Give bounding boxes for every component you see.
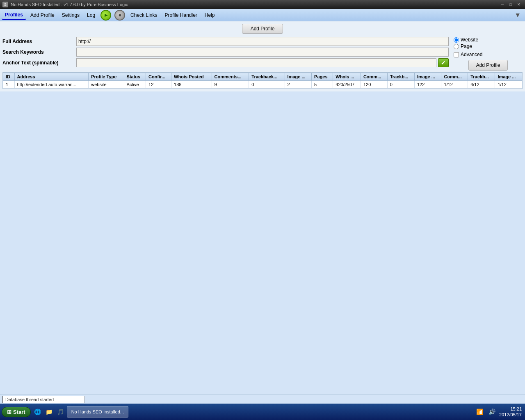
website-label: Website [461, 37, 478, 43]
search-keywords-label: Search Keywords [2, 49, 76, 55]
col-trackb2[interactable]: Trackb... [468, 73, 495, 81]
table-cell: 2 [285, 81, 312, 89]
full-address-row: Full Address [2, 37, 449, 46]
anchor-text-label: Anchor Text (spinnable) [2, 60, 76, 66]
anchor-text-input[interactable] [76, 58, 436, 67]
menu-help[interactable]: Help [201, 11, 218, 19]
col-address[interactable]: Address [14, 73, 89, 81]
col-id[interactable]: ID [3, 73, 15, 81]
app-icon: S [2, 2, 8, 7]
right-panel: Website Page Advanced Add Profile [449, 37, 523, 71]
table-cell: 1/12 [495, 81, 522, 89]
col-confirmed[interactable]: Confir... [146, 73, 171, 81]
col-trackback[interactable]: Trackback... [249, 73, 285, 81]
stop-button[interactable] [114, 10, 125, 21]
add-profile-top-button[interactable]: Add Profile [242, 24, 283, 34]
table-cell: 1 [3, 81, 15, 89]
table-cell: 0 [387, 81, 414, 89]
table-cell: 122 [414, 81, 441, 89]
col-comments[interactable]: Comments... [212, 73, 249, 81]
website-radio[interactable] [454, 37, 459, 43]
table-cell: 5 [312, 81, 333, 89]
maximize-button[interactable]: □ [507, 2, 514, 7]
menu-add-profile[interactable]: Add Profile [27, 11, 58, 19]
menu-expand-arrow[interactable]: ▼ [514, 11, 523, 19]
table-header: ID Address Profile Type Status Confir...… [3, 73, 522, 81]
menubar: Profiles Add Profile Settings Log Check … [0, 9, 525, 21]
search-keywords-input[interactable] [76, 48, 449, 57]
table-cell: 1/12 [441, 81, 468, 89]
window-controls: ─ □ ✕ [499, 2, 523, 7]
form-fields: Full Address Search Keywords Anchor Text… [2, 37, 449, 71]
table-body: 1http://extended-auto-warran...websiteAc… [3, 81, 522, 89]
col-profile-type[interactable]: Profile Type [89, 73, 124, 81]
anchor-text-confirm-button[interactable]: ✔ [438, 58, 449, 67]
website-radio-label[interactable]: Website [454, 37, 478, 43]
col-comm2[interactable]: Comm... [441, 73, 468, 81]
col-comm[interactable]: Comm... [361, 73, 387, 81]
table-cell: 188 [171, 81, 212, 89]
page-label: Page [461, 43, 472, 49]
table-cell: 120 [361, 81, 387, 89]
page-radio-label[interactable]: Page [454, 43, 478, 49]
page-radio[interactable] [454, 44, 459, 49]
search-keywords-row: Search Keywords [2, 48, 449, 57]
col-trackb[interactable]: Trackb... [387, 73, 414, 81]
col-whois-posted[interactable]: Whois Posted [171, 73, 212, 81]
menu-profiles[interactable]: Profiles [2, 11, 26, 20]
titlebar: S No Hands SEO Installed - v1.7.6.0 by P… [0, 0, 525, 9]
table-cell: website [89, 81, 124, 89]
table-cell: 9 [212, 81, 249, 89]
table-cell: Active [124, 81, 146, 89]
minimize-button[interactable]: ─ [499, 2, 506, 7]
window-title: No Hands SEO Installed - v1.7.6.0 by Pur… [11, 2, 128, 7]
form-section: Full Address Search Keywords Anchor Text… [2, 37, 523, 71]
col-image3[interactable]: Image ... [495, 73, 522, 81]
advanced-checkbox[interactable] [454, 52, 459, 57]
close-button[interactable]: ✕ [515, 2, 523, 7]
play-button[interactable] [100, 10, 111, 21]
main-area: Add Profile Full Address Search Keywords… [0, 21, 525, 91]
menu-settings[interactable]: Settings [59, 11, 83, 19]
col-image2[interactable]: Image ... [414, 73, 441, 81]
table-cell: 12 [146, 81, 171, 89]
advanced-checkbox-label[interactable]: Advanced [454, 52, 482, 57]
add-profile-top-section: Add Profile [2, 24, 523, 34]
col-pages[interactable]: Pages [312, 73, 333, 81]
table-cell: http://extended-auto-warran... [14, 81, 89, 89]
menu-profile-handler[interactable]: Profile Handler [161, 11, 200, 19]
table-cell: 0 [249, 81, 285, 89]
full-address-input[interactable] [76, 37, 449, 46]
advanced-label: Advanced [461, 52, 482, 57]
add-profile-form-button[interactable]: Add Profile [468, 60, 508, 71]
profiles-table: ID Address Profile Type Status Confir...… [3, 73, 522, 89]
data-table-wrapper: ID Address Profile Type Status Confir...… [2, 72, 523, 89]
col-image[interactable]: Image ... [285, 73, 312, 81]
col-status[interactable]: Status [124, 73, 146, 81]
table-row[interactable]: 1http://extended-auto-warran...websiteAc… [3, 81, 522, 89]
anchor-text-row: Anchor Text (spinnable) ✔ [2, 58, 449, 67]
profile-type-group: Website Page [454, 37, 478, 50]
menu-check-links[interactable]: Check Links [127, 11, 160, 19]
table-cell: 420/2507 [333, 81, 361, 89]
menu-log[interactable]: Log [84, 11, 98, 19]
full-address-label: Full Address [2, 39, 76, 44]
table-cell: 4/12 [468, 81, 495, 89]
col-whois[interactable]: Whois ... [333, 73, 361, 81]
